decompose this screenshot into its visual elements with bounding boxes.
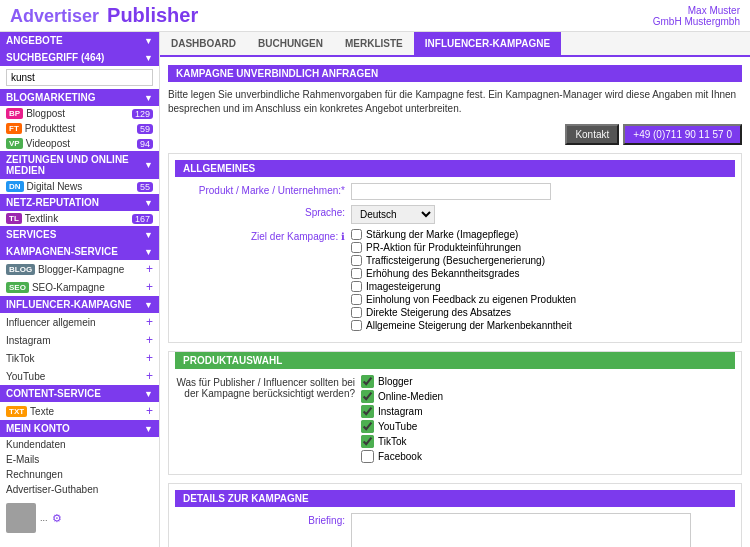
produkt-checkbox-group: Blogger Online-Medien Instagram YouTube … [361,375,735,463]
chevron-down-icon: ▼ [144,424,153,434]
tab-merkliste[interactable]: MERKLISTE [334,32,414,55]
add-icon[interactable]: + [146,369,153,383]
sprache-select[interactable]: Deutsch Englisch Französisch [351,205,435,224]
sidebar-item-textlink[interactable]: TL Textlink 167 [0,211,159,226]
briefing-label: Briefing: [175,513,345,526]
phone-button[interactable]: +49 (0)711 90 11 57 0 [623,124,742,145]
sidebar-item-digitalnews[interactable]: DN Digital News 55 [0,179,159,194]
tab-influencer-kampagne[interactable]: INFLUENCER-KAMPAGNE [414,32,561,55]
header: Advertiser Publisher Max Muster GmbH Mus… [0,0,750,32]
tab-dashboard[interactable]: DASHBOARD [160,32,247,55]
ziel-check-4[interactable]: Erhöhung des Bekanntheitsgrades [351,268,735,279]
produktauswahl-title: PRODUKTAUSWAHL [175,352,735,369]
sidebar-item-produkttest[interactable]: FT Produkttest 59 [0,121,159,136]
sidebar-section-netzreputation[interactable]: NETZ-REPUTATION ▼ [0,194,159,211]
sidebar-item-bloggerkampagne-label: Blogger-Kampagne [38,264,124,275]
produkt-check-instagram[interactable]: Instagram [361,405,735,418]
avatar [6,503,36,533]
produkt-input[interactable] [351,183,551,200]
sidebar-item-advertiser-guthaben[interactable]: Advertiser-Guthaben [0,482,159,497]
main-layout: ANGEBOTE ▼ SUCHBEGRIFF (464) ▼ BLOGMARKE… [0,32,750,547]
tag-ft: FT [6,123,22,134]
produkt-check-blogger[interactable]: Blogger [361,375,735,388]
kontakt-button[interactable]: Kontakt [565,124,619,145]
ziel-check-5[interactable]: Imagesteigerung [351,281,735,292]
user-avatar-label: ... [40,513,48,523]
sidebar-item-instagram[interactable]: Instagram + [0,331,159,349]
sidebar-section-zeitungen[interactable]: ZEITUNGEN UND ONLINE MEDIEN ▼ [0,151,159,179]
sidebar-section-zeitungen-label: ZEITUNGEN UND ONLINE MEDIEN [6,154,144,176]
sidebar-item-blogpost[interactable]: BP Blogpost 129 [0,106,159,121]
contact-bar: Kontakt +49 (0)711 90 11 57 0 [168,124,742,145]
sidebar-item-videopost[interactable]: VP Videopost 94 [0,136,159,151]
sidebar-badge-blogpost: 129 [132,109,153,119]
tag-seo: SEO [6,282,29,293]
produktauswahl-checks: Blogger Online-Medien Instagram YouTube … [361,375,735,463]
sidebar-section-services[interactable]: SERVICES ▼ [0,226,159,243]
sidebar-item-tiktok[interactable]: TikTok + [0,349,159,367]
briefing-textarea[interactable] [351,513,691,547]
sidebar-item-texte[interactable]: TXT Texte + [0,402,159,420]
ziel-check-1[interactable]: Stärkung der Marke (Imagepflege) [351,229,735,240]
allgemeines-section: ALLGEMEINES Produkt / Marke / Unternehme… [168,153,742,343]
sidebar-section-blogmarketing[interactable]: BLOGMARKETING ▼ [0,89,159,106]
sidebar-item-emails[interactable]: E-Mails [0,452,159,467]
sidebar-item-influencer-allgemein[interactable]: Influencer allgemein + [0,313,159,331]
ziel-check-6[interactable]: Einholung von Feedback zu eigenen Produk… [351,294,735,305]
produkt-input-wrapper [351,183,735,200]
sidebar-section-angebote[interactable]: ANGEBOTE ▼ [0,32,159,49]
chevron-down-icon: ▼ [144,53,153,63]
tag-vp: VP [6,138,23,149]
allgemeines-title: ALLGEMEINES [175,160,735,177]
add-icon[interactable]: + [146,262,153,276]
sidebar-item-kundendaten[interactable]: Kundendaten [0,437,159,452]
add-icon[interactable]: + [146,351,153,365]
sidebar-item-bloggerkampagne[interactable]: BLOG Blogger-Kampagne + [0,260,159,278]
briefing-row: Briefing: Bitte machen Sie hier alle wic… [175,513,735,547]
sidebar-section-contentservice[interactable]: CONTENT-SERVICE ▼ [0,385,159,402]
sidebar-badge-produkttest: 59 [137,124,153,134]
add-icon[interactable]: + [146,404,153,418]
sidebar: ANGEBOTE ▼ SUCHBEGRIFF (464) ▼ BLOGMARKE… [0,32,160,547]
settings-icon[interactable]: ⚙ [52,512,62,525]
sidebar-item-youtube[interactable]: YouTube + [0,367,159,385]
sidebar-section-netzreputation-label: NETZ-REPUTATION [6,197,99,208]
sidebar-badge-digitalnews: 55 [137,182,153,192]
sidebar-item-textlink-label: Textlink [25,213,58,224]
details-title: DETAILS ZUR KAMPAGNE [175,490,735,507]
sidebar-item-digitalnews-label: Digital News [27,181,83,192]
sidebar-section-influencer[interactable]: INFLUENCER-KAMPAGNE ▼ [0,296,159,313]
sidebar-item-seokampagne[interactable]: SEO SEO-Kampagne + [0,278,159,296]
produkt-check-onlinemedien[interactable]: Online-Medien [361,390,735,403]
sidebar-section-suchbegriff[interactable]: SUCHBEGRIFF (464) ▼ [0,49,159,66]
main-content: DASHBOARD BUCHUNGEN MERKLISTE INFLUENCER… [160,32,750,547]
ziel-check-2[interactable]: PR-Aktion für Produkteinführungen [351,242,735,253]
sidebar-section-contentservice-label: CONTENT-SERVICE [6,388,101,399]
info-icon: ℹ [341,231,345,242]
produkt-label: Produkt / Marke / Unternehmen:* [175,183,345,196]
chevron-down-icon: ▼ [144,247,153,257]
sidebar-section-influencer-label: INFLUENCER-KAMPAGNE [6,299,131,310]
ziel-check-8[interactable]: Allgemeine Steigerung der Markenbekannth… [351,320,735,331]
ziel-check-7[interactable]: Direkte Steigerung des Absatzes [351,307,735,318]
add-icon[interactable]: + [146,333,153,347]
tab-buchungen[interactable]: BUCHUNGEN [247,32,334,55]
add-icon[interactable]: + [146,315,153,329]
details-section: DETAILS ZUR KAMPAGNE Briefing: Bitte mac… [168,483,742,547]
sidebar-search-box [0,66,159,89]
campaign-title: KAMPAGNE UNVERBINDLICH ANFRAGEN [168,65,742,82]
ziel-check-3[interactable]: Trafficsteigerung (Besuchergenerierung) [351,255,735,266]
produkt-check-youtube[interactable]: YouTube [361,420,735,433]
produkt-check-tiktok[interactable]: TikTok [361,435,735,448]
sidebar-section-kampagnenservice[interactable]: KAMPAGNEN-SERVICE ▼ [0,243,159,260]
produkt-check-facebook[interactable]: Facebook [361,450,735,463]
search-input[interactable] [6,69,153,86]
sidebar-section-suchbegriff-label: SUCHBEGRIFF (464) [6,52,104,63]
sidebar-item-rechnungen[interactable]: Rechnungen [0,467,159,482]
add-icon[interactable]: + [146,280,153,294]
publisher-title: Publisher [107,4,198,27]
sidebar-badge-textlink: 167 [132,214,153,224]
produktauswahl-row: Was für Publisher / Influencer sollten b… [175,375,735,463]
sidebar-section-meinkonto[interactable]: MEIN KONTO ▼ [0,420,159,437]
sidebar-item-produkttest-label: Produkttest [25,123,76,134]
